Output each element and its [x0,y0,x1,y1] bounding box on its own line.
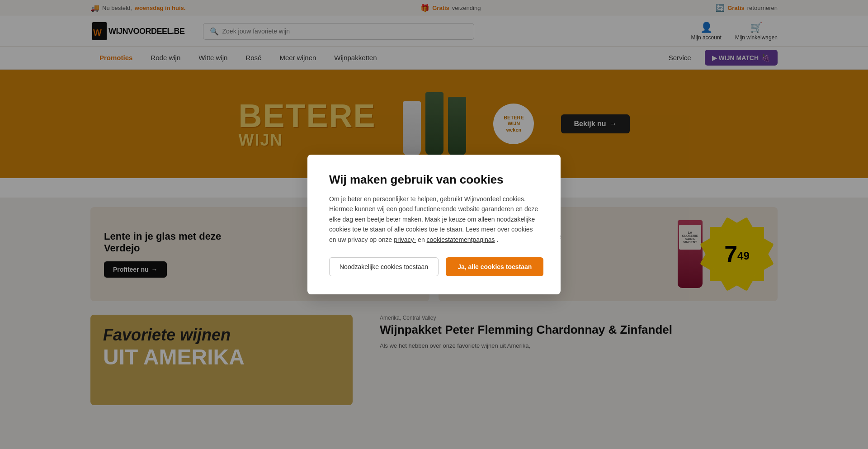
cookie-overlay: Wij maken gebruik van cookies Om je bete… [0,0,868,449]
cookie-privacy-link[interactable]: privacy- [394,236,416,243]
cookie-necessary-button[interactable]: Noodzakelijke cookies toestaan [329,257,439,276]
cookie-and: en [418,236,426,243]
cookie-text: Om je beter en persoonlijker te helpen, … [329,194,539,245]
cookie-accept-button[interactable]: Ja, alle cookies toestaan [446,257,543,276]
cookie-actions: Noodzakelijke cookies toestaan Ja, alle … [329,257,539,276]
cookie-title: Wij maken gebruik van cookies [329,173,539,187]
cookie-period: . [496,236,498,243]
cookie-modal: Wij maken gebruik van cookies Om je bete… [307,155,561,294]
cookie-statement-link[interactable]: cookiestatementpaginas [427,236,495,243]
